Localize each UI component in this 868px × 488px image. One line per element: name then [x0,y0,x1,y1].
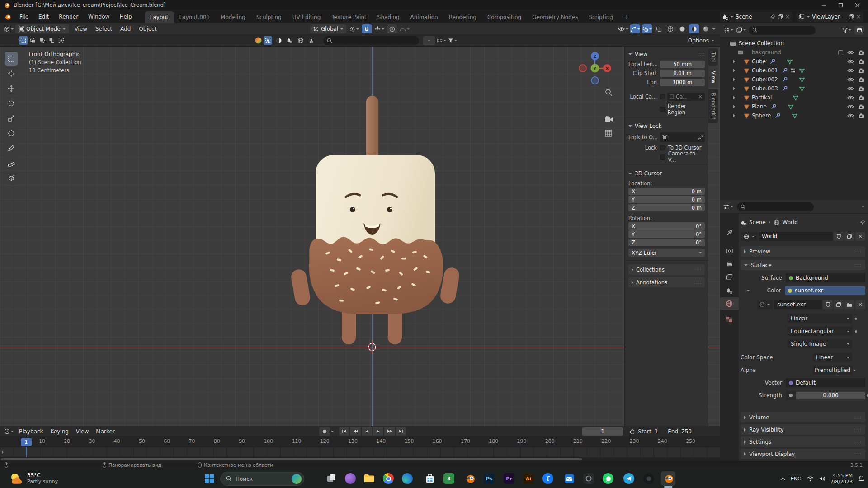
exclude-checkbox[interactable] [838,50,843,55]
maximize-button[interactable] [838,3,843,8]
world-name-field[interactable]: World [759,232,833,241]
jump-prev-keyframe-button[interactable] [350,427,361,436]
menu-item[interactable]: File [15,12,33,22]
tool-move[interactable] [5,82,18,95]
select-mode-intersect-button[interactable] [57,36,66,45]
tab-world[interactable] [720,297,739,310]
fake-user-button[interactable] [834,232,844,241]
tab-texture[interactable] [720,313,739,326]
tool-search-input[interactable] [323,36,419,45]
expand-icon[interactable] [733,69,735,72]
jump-to-start-button[interactable] [339,427,349,436]
workspace-tab[interactable]: Animation [405,11,443,23]
notification-bell-icon[interactable] [858,475,864,482]
tab-output[interactable] [720,258,739,271]
tab-tool[interactable] [720,226,739,239]
hide-eye-icon[interactable] [847,113,854,118]
overlays-toggle[interactable] [642,24,652,33]
cursor-rotation-field[interactable]: Z0° [628,239,705,246]
properties-search-input[interactable] [737,202,814,211]
tool-select-box[interactable] [5,52,18,66]
strength-field[interactable]: 0.000 [796,392,865,399]
workspace-tab[interactable]: + [618,11,634,23]
app-icon-loop[interactable] [344,472,357,485]
surface-shader-field[interactable]: Background [786,273,865,282]
outliner-filter-button[interactable] [842,26,852,35]
start-button[interactable] [203,472,216,485]
disable-render-camera-icon[interactable] [858,50,864,55]
tool-add-cube[interactable] [5,171,18,185]
minimize-button[interactable] [821,3,826,8]
workspace-tab[interactable]: UV Editing [287,11,326,23]
tab-render[interactable] [720,244,739,257]
disable-render-camera-icon[interactable] [858,86,864,91]
wifi-icon[interactable] [807,476,814,481]
telegram-icon[interactable] [623,472,635,485]
outliner-display-mode-button[interactable] [736,26,746,35]
outliner-row[interactable]: Partikal [720,93,868,102]
collapsed-panel[interactable]: Viewport Display:::: [741,449,865,459]
show-hide-button[interactable] [618,24,628,33]
outliner-row[interactable]: Plane [720,102,868,111]
hide-eye-icon[interactable] [847,59,854,64]
shading-material-button[interactable] [689,24,699,33]
tab-scene[interactable] [720,284,739,297]
pivot-point-button[interactable] [349,24,359,33]
view-lock-header[interactable]: View Lock [628,121,705,131]
scene-collection-row[interactable]: Scene Collection [720,39,868,48]
viewport-menu-item[interactable]: Add [116,24,135,33]
unlink-button[interactable] [855,232,865,241]
workspace-tab[interactable]: Compositing [482,11,527,23]
collapsed-panel[interactable]: Ray Visibility:::: [741,424,865,435]
github-icon[interactable] [642,472,655,485]
outliner-row[interactable]: Cube.001 [720,66,868,75]
close-icon[interactable] [785,14,790,19]
cursor-location-field[interactable]: X0 m [628,188,705,195]
workspace-tab[interactable]: Layout [145,11,174,23]
tool-measure[interactable] [5,156,18,170]
select-mode-new-button[interactable] [19,36,28,45]
unlink-button[interactable] [855,300,865,309]
hide-eye-icon[interactable] [847,95,854,100]
play-button[interactable] [373,427,383,436]
workspace-tab[interactable]: Layout.001 [174,11,216,23]
chrome-icon[interactable] [382,472,395,485]
disable-render-camera-icon[interactable] [858,104,864,109]
scrollbar-handle[interactable] [1,458,582,460]
cursor-location-field[interactable]: Z0 m [628,204,705,211]
clock-widget[interactable]: 4:55 PM 7/8/2023 [830,473,853,485]
viewport-camera-icon[interactable] [604,116,613,122]
copy-icon[interactable] [849,14,854,19]
sidebar-tab[interactable]: Tool [708,48,718,66]
surface-panel-header[interactable]: Surface:::: [741,260,865,270]
expand-icon[interactable] [733,96,735,99]
hide-eye-icon[interactable] [847,86,854,91]
gizmos-toggle[interactable] [630,24,640,33]
color-input-field[interactable]: sunset.exr [785,286,865,295]
breadcrumb-world[interactable]: World [783,219,798,225]
render-region-checkbox[interactable] [660,107,665,112]
timeline-menu-item[interactable]: Keying [47,427,72,436]
collapsed-dropdown[interactable] [423,36,435,45]
view-panel-header[interactable]: View:::: [628,49,705,59]
properties-editor-type-button[interactable] [723,202,733,211]
tab-view-layer[interactable] [720,271,739,283]
fake-user-button[interactable] [823,300,833,309]
viewport-grid-icon[interactable] [605,130,612,137]
focal-length-field[interactable]: 50 mm [660,61,705,68]
proportional-edit-toggle[interactable] [387,24,397,33]
navigation-gizmo[interactable]: Z X Y [577,50,613,86]
world-browse-button[interactable] [741,232,758,241]
language-indicator[interactable]: ENG [791,476,802,482]
new-collection-button[interactable] [854,26,864,35]
shading-solid-button[interactable] [677,24,687,33]
clear-icon[interactable]: ✕ [698,94,703,100]
close-button[interactable] [855,3,860,8]
tool-select-box-icon[interactable] [264,36,272,45]
hide-eye-icon[interactable] [847,68,854,73]
clip-end-field[interactable]: 1000 m [660,79,705,86]
cursor-rotation-field[interactable]: Y0° [628,230,705,238]
viewport-menu-item[interactable]: Select [91,24,116,33]
file-explorer-icon[interactable] [363,472,376,485]
disable-render-camera-icon[interactable] [858,113,864,118]
